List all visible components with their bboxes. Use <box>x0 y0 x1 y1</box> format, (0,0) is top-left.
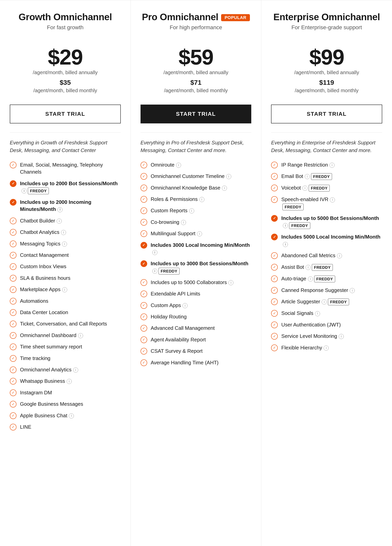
list-item: ✓SLA & Business hours <box>10 274 121 281</box>
list-item: ✓Co-browsingi <box>140 219 252 226</box>
list-item: ✓Speech-enabled IVRiFREDDY <box>271 196 382 210</box>
pricing-grid: Growth OmnichannelFor fast growth$29/age… <box>0 0 392 546</box>
info-icon[interactable]: i <box>329 163 335 168</box>
feature-text: SLA & Business hours <box>20 274 121 281</box>
info-icon[interactable]: i <box>152 269 157 274</box>
info-icon[interactable]: i <box>303 186 308 191</box>
price-monthly-pro: $71 <box>140 79 252 86</box>
list-item: ✓Google Business Messages <box>10 400 121 408</box>
info-icon[interactable]: i <box>67 379 72 384</box>
freddy-badge: FREDDY <box>328 299 349 305</box>
feature-text: Omniroutei <box>151 161 252 168</box>
info-icon[interactable]: i <box>306 265 311 270</box>
list-item: ✓CSAT Survey & Report <box>140 347 252 355</box>
info-icon[interactable]: i <box>22 188 27 194</box>
check-icon: ✓ <box>10 332 16 339</box>
feature-text: Multilingual Supporti <box>151 230 252 237</box>
feature-list-growth: ✓Email, Social, Messaging, Telephony Cha… <box>10 161 121 530</box>
feature-text: Instagram DM <box>20 389 121 396</box>
info-icon[interactable]: i <box>283 242 288 247</box>
info-icon[interactable]: i <box>305 174 310 179</box>
check-icon: ✓ <box>10 162 16 168</box>
price-section-growth: $29/agent/month, billed annually$35/agen… <box>10 46 121 94</box>
check-icon: ✓ <box>271 287 278 294</box>
info-icon[interactable]: i <box>181 220 186 225</box>
list-item: ✓Omniroutei <box>140 161 252 168</box>
list-item: ✓Extendable API Limits <box>140 290 252 297</box>
info-icon[interactable]: i <box>199 197 204 202</box>
info-icon[interactable]: i <box>152 250 157 255</box>
info-icon[interactable]: i <box>62 287 67 292</box>
feature-text: Apple Business Chati <box>20 412 121 419</box>
feature-text: Includes 5000 Local Incoming Min/Monthi <box>281 233 382 247</box>
feature-text: User Authentication (JWT) <box>281 321 382 328</box>
feature-text: Holiday Routing <box>151 313 252 320</box>
plan-name-enterprise: Enterprise Omnichannel <box>271 12 382 22</box>
info-icon[interactable]: i <box>69 413 74 418</box>
info-icon[interactable]: i <box>61 230 66 235</box>
check-icon: ✓ <box>10 263 16 270</box>
feature-list-enterprise: ✓IP Range Restrictioni✓Email BotiFREDDY✓… <box>271 161 382 530</box>
info-icon[interactable]: i <box>197 231 202 236</box>
feature-text: Email BotiFREDDY <box>281 173 382 180</box>
list-item: ✓Article SuggesteriFREDDY <box>271 298 382 305</box>
check-icon: ✓ <box>140 230 147 237</box>
info-icon[interactable]: i <box>226 174 231 179</box>
info-icon[interactable]: i <box>62 241 67 247</box>
feature-text: Omnichannel Customer Timelinei <box>151 173 252 180</box>
trial-button-growth[interactable]: START TRIAL <box>10 104 121 124</box>
feature-text: Data Center Location <box>20 309 121 316</box>
check-icon: ✓ <box>271 322 278 328</box>
info-icon[interactable]: i <box>183 303 188 308</box>
feature-text: Flexible Hierarchyi <box>281 344 382 351</box>
info-icon[interactable]: i <box>176 163 181 168</box>
feature-text: Messaging Topicsi <box>20 240 121 247</box>
check-icon: ✓ <box>140 348 147 355</box>
check-icon: ✓ <box>271 333 278 340</box>
info-icon[interactable]: i <box>308 276 313 281</box>
feature-text: Auto-triageiFREDDY <box>281 275 382 282</box>
trial-button-pro[interactable]: START TRIAL <box>140 104 252 124</box>
includes-text-pro: Everything in Pro of Freshdesk Support D… <box>140 139 252 154</box>
check-icon: ✓ <box>140 260 147 267</box>
info-icon[interactable]: i <box>350 288 355 293</box>
info-icon[interactable]: i <box>57 219 62 224</box>
list-item: ✓Data Center Location <box>10 309 121 316</box>
check-icon: ✓ <box>10 180 16 187</box>
info-icon[interactable]: i <box>322 299 327 305</box>
info-icon[interactable]: i <box>78 333 83 338</box>
feature-text: Advanced Call Management <box>151 325 252 332</box>
list-item: ✓Chatbot Analyticsi <box>10 228 121 236</box>
list-item: ✓Assist BotiFREDDY <box>271 263 382 271</box>
info-icon[interactable]: i <box>57 207 63 212</box>
check-icon: ✓ <box>271 310 278 317</box>
list-item: ✓Ticket, Conversation, and Call Reports <box>10 320 121 327</box>
check-icon: ✓ <box>140 359 147 366</box>
info-icon[interactable]: i <box>228 280 234 285</box>
check-icon: ✓ <box>271 344 278 351</box>
info-icon[interactable]: i <box>330 197 335 202</box>
info-icon[interactable]: i <box>339 334 344 339</box>
list-item: ✓Service Level Monitoringi <box>271 332 382 340</box>
plan-name-pro: Pro OmnichannelPOPULAR <box>140 12 252 22</box>
info-icon[interactable]: i <box>189 208 194 214</box>
feature-text: Time tracking <box>20 355 121 362</box>
list-item: ✓Holiday Routing <box>140 313 252 320</box>
list-item: ✓Agent Availability Report <box>140 336 252 343</box>
list-item: ✓Abandoned Call Metricsi <box>271 252 382 259</box>
list-item: ✓Social Signalsi <box>271 310 382 317</box>
info-icon[interactable]: i <box>315 311 320 316</box>
info-icon[interactable]: i <box>324 345 329 351</box>
list-item: ✓Multilingual Supporti <box>140 230 252 237</box>
info-icon[interactable]: i <box>222 186 227 191</box>
check-icon: ✓ <box>271 275 278 282</box>
trial-button-enterprise[interactable]: START TRIAL <box>271 104 382 124</box>
list-item: ✓VoicebotiFREDDY <box>271 184 382 191</box>
info-icon[interactable]: i <box>283 223 288 228</box>
price-monthly-enterprise: $119 <box>271 79 382 86</box>
check-icon: ✓ <box>271 234 278 240</box>
feature-text: Google Business Messages <box>20 400 121 408</box>
info-icon[interactable]: i <box>337 253 342 258</box>
feature-text: Assist BotiFREDDY <box>281 263 382 271</box>
info-icon[interactable]: i <box>73 367 78 373</box>
